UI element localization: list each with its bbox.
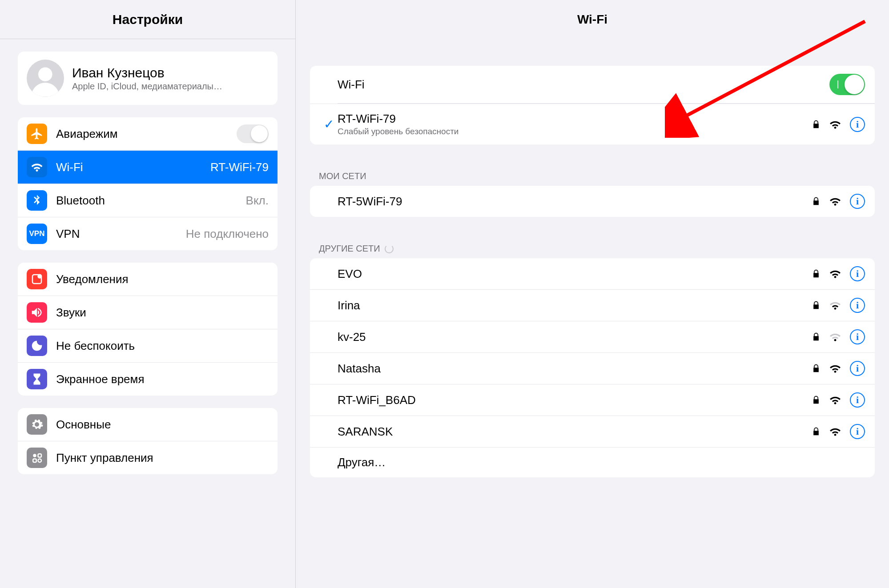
info-button[interactable]: i bbox=[850, 329, 865, 344]
svg-point-3 bbox=[33, 454, 36, 457]
sidebar-item-general[interactable]: Основные bbox=[18, 408, 278, 441]
network-name: kv-25 bbox=[338, 330, 812, 344]
lock-icon bbox=[812, 426, 821, 437]
sidebar-item-label: Авиарежим bbox=[56, 127, 228, 141]
wifi-panel: Wi-Fi Wi-Fi ✓ RT-WiFi-79 Слабый уровень … bbox=[296, 0, 889, 588]
sidebar-item-control[interactable]: Пункт управления bbox=[18, 441, 278, 474]
network-name: Irina bbox=[338, 299, 812, 312]
other-network-label: Другая… bbox=[338, 456, 865, 469]
vpn-icon: VPN bbox=[27, 224, 47, 244]
lock-icon bbox=[812, 300, 821, 311]
network-row[interactable]: SARANSKi bbox=[310, 416, 875, 447]
sidebar-title: Настройки bbox=[113, 12, 183, 27]
info-button[interactable]: i bbox=[850, 117, 865, 132]
sidebar-item-screentime[interactable]: Экранное время bbox=[18, 362, 278, 396]
wifi-toggle-label: Wi-Fi bbox=[338, 78, 829, 92]
network-name: RT-WiFi_B6AD bbox=[338, 393, 812, 407]
network-name: RT-5WiFi-79 bbox=[338, 195, 812, 208]
connected-network-name: RT-WiFi-79 bbox=[338, 112, 812, 126]
network-name: Natasha bbox=[338, 362, 812, 376]
other-networks-section: ДРУГИЕ СЕТИ EVOiIrinaikv-25iNatashaiRT-W… bbox=[310, 244, 875, 477]
sidebar-item-value: RT-WiFi-79 bbox=[210, 160, 269, 174]
svg-rect-4 bbox=[38, 454, 42, 457]
avatar-icon bbox=[27, 60, 64, 97]
svg-point-6 bbox=[38, 459, 42, 463]
general-group: Основные Пункт управления bbox=[18, 408, 278, 474]
wifi-signal-icon bbox=[829, 332, 842, 342]
my-networks-section: МОИ СЕТИ RT-5WiFi-79 i bbox=[310, 171, 875, 217]
connected-network-row[interactable]: ✓ RT-WiFi-79 Слабый уровень безопасности… bbox=[310, 104, 875, 144]
sidebar-item-bluetooth[interactable]: Bluetooth Вкл. bbox=[18, 184, 278, 217]
lock-icon bbox=[812, 332, 821, 342]
other-network-row[interactable]: Другая… bbox=[310, 447, 875, 477]
lock-icon bbox=[812, 196, 821, 207]
network-row[interactable]: RT-WiFi_B6ADi bbox=[310, 384, 875, 416]
wifi-signal-icon bbox=[829, 268, 842, 279]
info-button[interactable]: i bbox=[850, 266, 865, 281]
svg-point-2 bbox=[37, 274, 42, 279]
wifi-signal-icon bbox=[829, 363, 842, 374]
apple-id-card[interactable]: Иван Кузнецов Apple ID, iCloud, медиамат… bbox=[18, 52, 278, 105]
airplane-icon bbox=[27, 124, 47, 144]
other-networks-header: ДРУГИЕ СЕТИ bbox=[310, 244, 875, 258]
network-row[interactable]: Irinai bbox=[310, 289, 875, 321]
info-button[interactable]: i bbox=[850, 392, 865, 408]
network-row[interactable]: RT-5WiFi-79 i bbox=[310, 186, 875, 217]
sidebar-item-label: Уведомления bbox=[56, 272, 269, 286]
settings-sidebar: Настройки Иван Кузнецов Apple ID, iCloud… bbox=[0, 0, 296, 588]
sidebar-item-label: Пункт управления bbox=[56, 451, 269, 465]
bluetooth-icon bbox=[27, 190, 47, 211]
network-name: EVO bbox=[338, 267, 812, 281]
sidebar-item-dnd[interactable]: Не беспокоить bbox=[18, 329, 278, 362]
sidebar-item-airplane[interactable]: Авиарежим bbox=[18, 117, 278, 150]
network-row[interactable]: kv-25i bbox=[310, 321, 875, 352]
sidebar-item-vpn[interactable]: VPN VPN Не подключено bbox=[18, 217, 278, 250]
wifi-toggle-card: Wi-Fi ✓ RT-WiFi-79 Слабый уровень безопа… bbox=[310, 66, 875, 144]
connectivity-group: Авиарежим Wi-Fi RT-WiFi-79 Bluetooth Вкл… bbox=[18, 117, 278, 250]
wifi-signal-icon bbox=[829, 426, 842, 437]
notifications-group: Уведомления Звуки Не беспокоить Экранное… bbox=[18, 263, 278, 396]
info-button[interactable]: i bbox=[850, 424, 865, 439]
my-networks-header: МОИ СЕТИ bbox=[310, 171, 875, 186]
sidebar-item-label: Экранное время bbox=[56, 372, 269, 386]
moon-icon bbox=[27, 336, 47, 356]
sidebar-header: Настройки bbox=[0, 0, 295, 39]
sounds-icon bbox=[27, 302, 47, 323]
wifi-toggle[interactable] bbox=[829, 74, 865, 95]
sidebar-item-wifi[interactable]: Wi-Fi RT-WiFi-79 bbox=[18, 150, 278, 184]
sidebar-item-value: Не подключено bbox=[186, 227, 269, 241]
main-title: Wi-Fi bbox=[577, 12, 607, 27]
wifi-icon bbox=[27, 157, 47, 177]
lock-icon bbox=[812, 119, 821, 130]
info-button[interactable]: i bbox=[850, 361, 865, 376]
info-button[interactable]: i bbox=[850, 298, 865, 313]
connected-network-subtitle: Слабый уровень безопасности bbox=[338, 127, 812, 136]
lock-icon bbox=[812, 395, 821, 405]
lock-icon bbox=[812, 268, 821, 279]
info-button[interactable]: i bbox=[850, 194, 865, 209]
hourglass-icon bbox=[27, 369, 47, 389]
apple-id-name: Иван Кузнецов bbox=[72, 65, 222, 80]
gear-icon bbox=[27, 414, 47, 435]
sidebar-item-value: Вкл. bbox=[246, 194, 269, 208]
sidebar-item-label: Не беспокоить bbox=[56, 339, 269, 353]
control-center-icon bbox=[27, 448, 47, 468]
network-row[interactable]: Natashai bbox=[310, 352, 875, 384]
wifi-signal-icon bbox=[829, 395, 842, 405]
network-name: SARANSK bbox=[338, 425, 812, 439]
wifi-signal-icon bbox=[829, 196, 842, 207]
sidebar-item-label: Основные bbox=[56, 418, 269, 432]
checkmark-icon: ✓ bbox=[320, 117, 338, 132]
network-row[interactable]: EVOi bbox=[310, 258, 875, 289]
wifi-signal-icon bbox=[829, 300, 842, 311]
airplane-toggle[interactable] bbox=[237, 124, 269, 143]
notifications-icon bbox=[27, 269, 47, 289]
wifi-toggle-row: Wi-Fi bbox=[310, 66, 875, 103]
sidebar-item-notifications[interactable]: Уведомления bbox=[18, 263, 278, 296]
apple-id-subtitle: Apple ID, iCloud, медиаматериалы… bbox=[72, 81, 222, 92]
main-header: Wi-Fi bbox=[296, 0, 889, 39]
sidebar-item-sounds[interactable]: Звуки bbox=[18, 296, 278, 329]
wifi-signal-icon bbox=[829, 119, 842, 130]
sidebar-item-label: Звуки bbox=[56, 306, 269, 320]
svg-rect-5 bbox=[33, 459, 36, 463]
